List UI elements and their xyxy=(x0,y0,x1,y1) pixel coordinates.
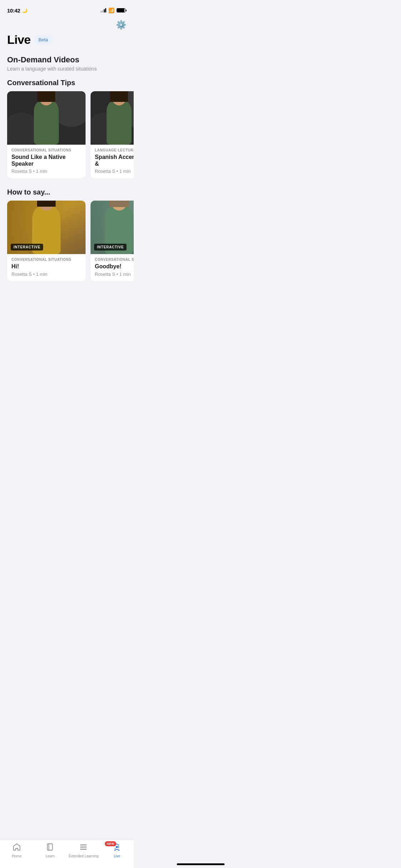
page-title: Live xyxy=(7,33,31,47)
card-native-speaker-image xyxy=(7,91,86,145)
card-native-speaker-category: CONVERSATIONAL SITUATIONS xyxy=(11,148,81,152)
settings-icon[interactable]: ⚙️ xyxy=(116,20,127,30)
card-hi-category: CONVERSATIONAL SITUATIONS xyxy=(11,258,81,262)
status-icons: 📶 xyxy=(101,7,127,13)
conversational-tips-section: Conversational Tips CONVERSATIONAL SITUA… xyxy=(7,79,127,178)
card-hi-author: Rosetta S • 1 min xyxy=(11,272,81,277)
how-to-say-section: How to say... INTERACTIVE CONVERSATIONAL… xyxy=(7,188,127,316)
card-spanish-accents-title: Spanish Accents & xyxy=(95,154,134,167)
beta-badge: Beta xyxy=(34,36,52,44)
on-demand-title: On-Demand Videos xyxy=(7,55,127,64)
settings-row: ⚙️ xyxy=(0,16,134,30)
card-spanish-accents[interactable]: LANGUAGE LECTURI Spanish Accents & Roset… xyxy=(91,91,134,178)
person-figure-1 xyxy=(34,98,59,145)
conversational-tips-cards: CONVERSATIONAL SITUATIONS Sound Like a N… xyxy=(7,91,127,178)
card-native-speaker-author: Rosetta S • 1 min xyxy=(11,169,81,174)
page-title-row: Live Beta xyxy=(7,33,127,47)
card-spanish-accents-author: Rosetta S • 1 min xyxy=(95,169,134,174)
how-to-say-cards: INTERACTIVE CONVERSATIONAL SITUATIONS Hi… xyxy=(7,201,127,281)
on-demand-section: On-Demand Videos Learn a language with c… xyxy=(7,55,127,72)
card-hi-meta: CONVERSATIONAL SITUATIONS Hi! Rosetta S … xyxy=(7,254,86,281)
card-goodbye-image: INTERACTIVE xyxy=(91,201,134,254)
card-spanish-accents-category: LANGUAGE LECTURI xyxy=(95,148,134,152)
card-goodbye-meta: CONVERSATIONAL S Goodbye! Rosetta S • 1 … xyxy=(91,254,134,281)
card-native-speaker-meta: CONVERSATIONAL SITUATIONS Sound Like a N… xyxy=(7,145,86,178)
card-goodbye-category: CONVERSATIONAL S xyxy=(95,258,134,262)
card-hi[interactable]: INTERACTIVE CONVERSATIONAL SITUATIONS Hi… xyxy=(7,201,86,281)
main-content: On-Demand Videos Learn a language with c… xyxy=(0,47,134,317)
page-header: Live Beta xyxy=(0,30,134,47)
card-hi-image: INTERACTIVE xyxy=(7,201,86,254)
card-spanish-accents-image xyxy=(91,91,134,145)
interactive-badge-goodbye: INTERACTIVE xyxy=(94,244,127,250)
status-bar: 10:42 🌙 📶 xyxy=(0,0,134,16)
signal-icon xyxy=(101,8,107,12)
card-goodbye[interactable]: INTERACTIVE CONVERSATIONAL S Goodbye! Ro… xyxy=(91,201,134,281)
card-goodbye-author: Rosetta S • 1 min xyxy=(95,272,134,277)
person-figure-2 xyxy=(107,98,132,145)
card-goodbye-title: Goodbye! xyxy=(95,263,134,270)
conversational-tips-title: Conversational Tips xyxy=(7,79,127,87)
card-hi-title: Hi! xyxy=(11,263,81,270)
how-to-say-title: How to say... xyxy=(7,188,127,196)
status-time: 10:42 xyxy=(7,7,20,14)
wifi-icon: 📶 xyxy=(108,7,114,13)
card-native-speaker[interactable]: CONVERSATIONAL SITUATIONS Sound Like a N… xyxy=(7,91,86,178)
moon-icon: 🌙 xyxy=(22,8,27,13)
on-demand-subtitle: Learn a language with curated situations xyxy=(7,66,127,72)
battery-icon xyxy=(117,8,127,12)
interactive-badge-hi: INTERACTIVE xyxy=(11,244,43,250)
card-native-speaker-title: Sound Like a Native Speaker xyxy=(11,154,81,167)
card-spanish-accents-meta: LANGUAGE LECTURI Spanish Accents & Roset… xyxy=(91,145,134,178)
